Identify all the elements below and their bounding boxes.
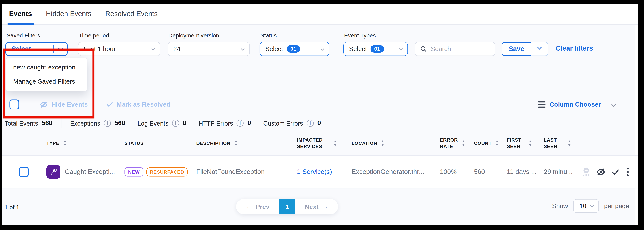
stats-divider bbox=[62, 118, 62, 128]
row-checkbox[interactable] bbox=[19, 167, 29, 177]
chevron-down-icon bbox=[240, 47, 245, 51]
error-rate-cell: 100% bbox=[428, 168, 462, 176]
log-events-label: Log Events bbox=[138, 120, 168, 126]
select-divider bbox=[53, 45, 54, 53]
clear-filters-link[interactable]: Clear filters bbox=[556, 44, 593, 52]
select-all-checkbox[interactable] bbox=[10, 100, 19, 109]
column-header-last-seen[interactable]: Last Seen bbox=[532, 137, 571, 150]
chevron-down-icon bbox=[320, 47, 324, 51]
pagination: ← Prev 1 Next → bbox=[236, 199, 338, 214]
page-size-value: 10 bbox=[574, 202, 586, 209]
arrow-left-icon: ← bbox=[246, 203, 252, 210]
column-header-first-seen[interactable]: First Seen bbox=[495, 137, 532, 150]
status-cell: NEW RESURFACED bbox=[113, 167, 185, 176]
sort-icon[interactable] bbox=[381, 140, 384, 146]
custom-errors-value: 0 bbox=[317, 119, 321, 127]
footer: 1 of 1 ← Prev 1 Next → Show 10 per page bbox=[2, 188, 638, 225]
page-size-control: Show 10 per page bbox=[552, 199, 629, 213]
new-badge: NEW bbox=[124, 167, 143, 176]
column-header-status[interactable]: Status bbox=[113, 140, 185, 146]
http-errors-value: 0 bbox=[248, 119, 251, 127]
save-split-button: Save bbox=[502, 42, 548, 56]
impacted-services-link[interactable]: 1 Service(s) bbox=[297, 168, 332, 176]
event-types-count-badge: 01 bbox=[370, 45, 384, 53]
per-page-label: per page bbox=[604, 202, 629, 209]
time-period-select[interactable]: Last 1 hour bbox=[78, 42, 160, 56]
event-types-select[interactable]: Select 01 bbox=[343, 42, 408, 56]
status-filter-value: Select bbox=[260, 45, 283, 53]
search-icon bbox=[420, 46, 427, 52]
page-info: 1 of 1 bbox=[4, 204, 20, 211]
count-cell: 560 bbox=[462, 168, 495, 176]
check-icon[interactable] bbox=[611, 168, 620, 176]
save-dropdown-toggle[interactable] bbox=[531, 42, 548, 56]
event-type-cell: Caught Excepti... bbox=[35, 165, 113, 179]
sort-icon[interactable] bbox=[568, 140, 572, 146]
column-header-location[interactable]: Location bbox=[340, 140, 428, 146]
prev-page-button[interactable]: ← Prev bbox=[236, 199, 279, 214]
caught-exception-icon bbox=[46, 165, 60, 179]
stat-log-events: Log Events i 0 bbox=[138, 119, 186, 127]
column-header-type[interactable]: Type bbox=[35, 140, 113, 146]
sort-icon[interactable] bbox=[528, 140, 532, 146]
bulk-actions-bar: Hide Events Mark as Resolved Column Choo… bbox=[2, 95, 638, 114]
app-window: Events Hidden Events Resolved Events Sav… bbox=[0, 0, 644, 230]
first-seen-cell: 11 days ... bbox=[495, 168, 532, 176]
chevron-down-icon bbox=[58, 47, 62, 51]
stat-http-errors: HTTP Errors i 0 bbox=[198, 119, 251, 127]
eye-off-icon bbox=[40, 100, 48, 109]
saved-filters-select[interactable]: Select bbox=[5, 42, 68, 56]
dropdown-item-manage-saved-filters[interactable]: Manage Saved Filters bbox=[6, 75, 87, 88]
sort-icon[interactable] bbox=[234, 140, 238, 146]
arrow-right-icon: → bbox=[322, 203, 328, 210]
location-cell: ExceptionGenerator.thr... bbox=[340, 168, 428, 176]
info-icon[interactable]: i bbox=[237, 120, 244, 126]
time-period-value: Last 1 hour bbox=[78, 45, 116, 53]
tab-events[interactable]: Events bbox=[9, 4, 32, 24]
last-seen-cell: 29 minu... bbox=[532, 168, 571, 176]
info-icon[interactable]: i bbox=[307, 120, 314, 126]
total-events-label: Total Events bbox=[4, 120, 38, 126]
info-icon[interactable]: i bbox=[172, 120, 179, 126]
tab-resolved-events[interactable]: Resolved Events bbox=[105, 4, 158, 24]
status-filter-select[interactable]: Select 01 bbox=[260, 42, 330, 56]
save-button[interactable]: Save bbox=[502, 42, 531, 56]
sort-icon[interactable] bbox=[334, 140, 337, 146]
saved-filters-value: Select bbox=[6, 45, 31, 53]
eye-off-icon[interactable] bbox=[596, 167, 606, 177]
hide-events-button[interactable]: Hide Events bbox=[40, 100, 88, 109]
exceptions-value: 560 bbox=[114, 119, 125, 127]
mark-resolved-label: Mark as Resolved bbox=[116, 101, 170, 108]
column-header-description[interactable]: Description bbox=[185, 140, 286, 146]
prev-label: Prev bbox=[256, 203, 270, 210]
deployment-version-select[interactable]: 24 bbox=[168, 42, 250, 56]
column-header-impacted-services[interactable]: Impacted Services bbox=[286, 137, 340, 150]
column-chooser-button[interactable]: Column Chooser bbox=[538, 101, 615, 108]
column-chooser-label: Column Chooser bbox=[550, 101, 601, 108]
next-page-button[interactable]: Next → bbox=[295, 199, 338, 214]
chevron-down-icon bbox=[611, 102, 615, 107]
event-types-label: Event Types bbox=[344, 32, 376, 39]
sort-icon[interactable] bbox=[63, 140, 67, 146]
chevron-down-icon bbox=[398, 47, 403, 51]
table-row[interactable]: Caught Excepti... NEW RESURFACED FileNot… bbox=[2, 155, 638, 188]
actions-divider bbox=[30, 99, 30, 110]
column-header-error-rate[interactable]: Error Rate bbox=[428, 137, 462, 150]
dropdown-item-saved-filter[interactable]: new-caught-exception bbox=[6, 60, 87, 74]
page-size-select[interactable]: 10 bbox=[573, 199, 599, 213]
search-input[interactable] bbox=[430, 45, 485, 53]
current-page-button[interactable]: 1 bbox=[279, 199, 295, 214]
info-icon[interactable]: i bbox=[104, 120, 111, 126]
chevron-down-icon bbox=[151, 47, 155, 51]
mark-resolved-button[interactable]: Mark as Resolved bbox=[106, 101, 170, 108]
custom-errors-label: Custom Errors bbox=[263, 120, 303, 126]
status-count-badge: 01 bbox=[287, 45, 300, 53]
chevron-down-icon bbox=[589, 204, 594, 208]
kebab-menu-icon[interactable] bbox=[625, 167, 630, 177]
column-header-count[interactable]: Count bbox=[462, 140, 495, 146]
stats-bar: Total Events 560 Exceptions i 560 Log Ev… bbox=[2, 116, 638, 130]
tab-hidden-events[interactable]: Hidden Events bbox=[46, 4, 92, 24]
exceptions-label: Exceptions bbox=[70, 120, 100, 126]
events-panel: Events Hidden Events Resolved Events Sav… bbox=[2, 4, 638, 225]
table-header: Type Status Description Impacted Service… bbox=[2, 131, 638, 155]
